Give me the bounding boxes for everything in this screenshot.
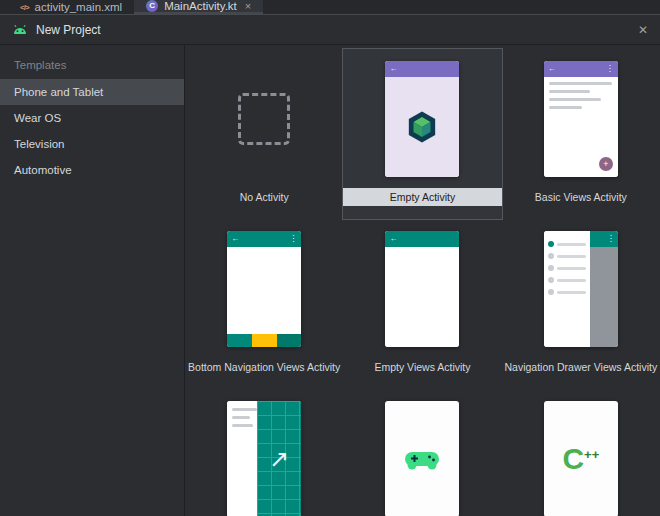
template-label: Navigation Drawer Views Activity <box>504 358 657 376</box>
sidebar-item-television[interactable]: Television <box>0 131 184 157</box>
xml-file-icon: </> <box>20 3 29 12</box>
dialog-header: New Project ✕ <box>0 15 660 45</box>
jetpack-compose-logo-icon <box>405 110 439 144</box>
sidebar-item-automotive[interactable]: Automotive <box>0 157 184 183</box>
template-grid: No Activity ← <box>185 45 660 516</box>
native-cpp-preview: C++ <box>502 395 660 516</box>
tab-activity-main-xml[interactable]: </> activity_main.xml <box>8 0 134 14</box>
empty-activity-preview: ← <box>343 55 501 183</box>
tab-label: activity_main.xml <box>35 1 123 13</box>
sidebar-item-phone-and-tablet[interactable]: Phone and Tablet <box>0 79 184 105</box>
templates-sidebar: Templates Phone and Tablet Wear OS Telev… <box>0 45 185 516</box>
template-card-empty-views-activity[interactable]: ← Empty Views Activity <box>343 219 501 389</box>
android-studio-window: </> activity_main.xml C MainActivity.kt … <box>0 0 660 516</box>
dashed-placeholder-icon <box>238 93 290 145</box>
new-project-dialog: New Project ✕ Templates Phone and Tablet… <box>0 14 660 516</box>
template-label: Bottom Navigation Views Activity <box>188 358 340 376</box>
editor-tab-bar: </> activity_main.xml C MainActivity.kt … <box>0 0 660 14</box>
tab-close-icon[interactable]: × <box>245 0 251 12</box>
dialog-title: New Project <box>36 23 101 37</box>
sidebar-header: Templates <box>0 55 184 79</box>
dialog-body: Templates Phone and Tablet Wear OS Telev… <box>0 45 660 516</box>
back-arrow-icon: ← <box>389 65 397 73</box>
template-card-responsive-views-activity[interactable]: ↗ <box>185 389 343 516</box>
no-activity-preview <box>185 55 343 183</box>
game-controller-icon <box>402 446 442 472</box>
kebab-menu-icon: ⋮ <box>606 65 614 73</box>
template-card-navigation-drawer-views-activity[interactable]: ⋮ Navigation Drawer Views Activity <box>502 219 660 389</box>
back-arrow-icon: ← <box>389 235 397 243</box>
template-label: Empty Views Activity <box>374 358 470 376</box>
basic-views-preview: ← ⋮ + <box>502 55 660 183</box>
sidebar-item-wear-os[interactable]: Wear OS <box>0 105 184 131</box>
kotlin-class-icon: C <box>146 0 158 12</box>
template-card-native-cpp[interactable]: C++ <box>502 389 660 516</box>
empty-views-preview: ← <box>343 225 501 353</box>
bottom-nav-bar <box>227 334 301 347</box>
close-icon[interactable]: ✕ <box>638 23 648 37</box>
drawer-panel <box>544 231 590 347</box>
kebab-menu-icon: ⋮ <box>289 235 297 243</box>
template-card-game-activity[interactable] <box>343 389 501 516</box>
template-label: Basic Views Activity <box>535 188 627 206</box>
template-card-no-activity[interactable]: No Activity <box>185 49 343 219</box>
tab-label: MainActivity.kt <box>164 0 237 12</box>
template-card-empty-activity[interactable]: ← <box>343 49 501 219</box>
diagonal-arrow-icon: ↗ <box>269 445 289 473</box>
tab-main-activity-kt[interactable]: C MainActivity.kt × <box>134 0 263 14</box>
navigation-drawer-preview: ⋮ <box>502 225 660 353</box>
bottom-navigation-preview: ← ⋮ <box>185 225 343 353</box>
template-label: Empty Activity <box>343 188 501 206</box>
back-arrow-icon: ← <box>548 65 556 73</box>
back-arrow-icon: ← <box>231 235 239 243</box>
template-card-basic-views-activity[interactable]: ← ⋮ + Basic Views Act <box>502 49 660 219</box>
template-label: No Activity <box>240 188 289 206</box>
android-logo-icon <box>12 24 28 35</box>
kebab-menu-icon: ⋮ <box>607 235 615 243</box>
responsive-views-preview: ↗ <box>185 395 343 516</box>
game-activity-preview <box>343 395 501 516</box>
template-card-bottom-navigation-views-activity[interactable]: ← ⋮ Bottom Navigation Views Activity <box>185 219 343 389</box>
cpp-logo-icon: C++ <box>562 444 599 474</box>
fab-plus-icon: + <box>599 157 613 171</box>
